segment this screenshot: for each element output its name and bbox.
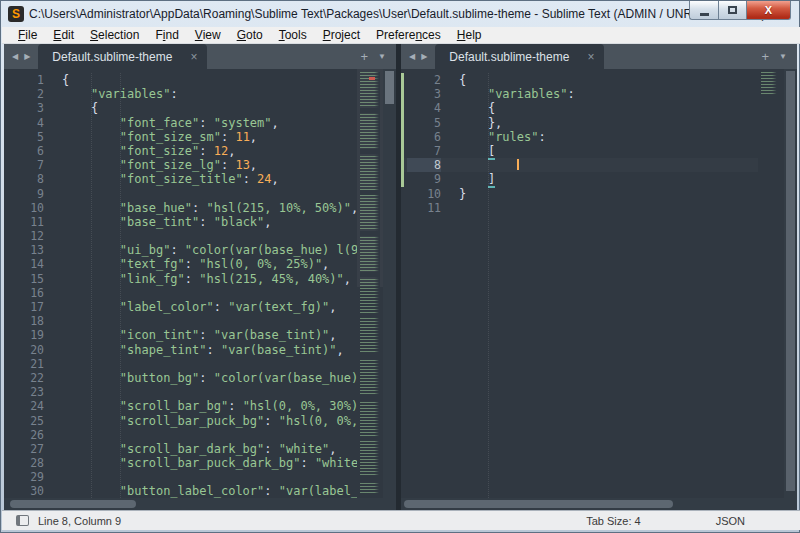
line-number: 12 (10, 229, 44, 243)
tab-overflow-icon[interactable]: ▼ (378, 52, 386, 61)
code-line[interactable]: 23 (4, 385, 357, 399)
close-icon: X (765, 4, 772, 16)
vertical-scrollbar-right[interactable] (784, 69, 797, 498)
menu-item-file[interactable]: File (10, 27, 45, 43)
code-view-right[interactable]: 2{3 "variables":4 {5 },6 "rules":7 [8 9 … (401, 69, 758, 498)
line-number: 5 (10, 130, 44, 144)
code-line[interactable]: 19 "icon_tint": "var(base_tint)", (4, 328, 357, 342)
code-line[interactable]: 14 "text_fg": "hsl(0, 0%, 25%)", (4, 257, 357, 271)
code-line[interactable]: 7 [ (401, 144, 758, 158)
code-line[interactable]: 4 "font_face": "system", (4, 116, 357, 130)
code-line[interactable]: 5 }, (401, 116, 758, 130)
code-line[interactable]: 24 "scroll_bar_bg": "hsl(0, 0%, 30%)", (4, 399, 357, 413)
line-number: 11 (407, 201, 441, 215)
code-line[interactable]: 12 (4, 229, 357, 243)
code-line[interactable]: 11 (401, 201, 758, 215)
line-text: { (44, 101, 98, 115)
maximize-button[interactable] (718, 1, 746, 20)
line-text (44, 314, 62, 328)
scrollbar-thumb[interactable] (786, 71, 795, 491)
code-line[interactable]: 30 "button_label_color": "var(label_colo… (4, 484, 357, 498)
tab-default-sublime-theme-right[interactable]: Default.sublime-theme × (435, 44, 604, 69)
line-text: "variables": (441, 87, 575, 101)
menu-item-selection[interactable]: Selection (82, 27, 147, 43)
scrollbar-thumb[interactable] (385, 71, 394, 104)
new-tab-icon[interactable]: + (360, 49, 368, 64)
menu-item-preferences[interactable]: Preferences (368, 27, 449, 43)
code-line[interactable]: 6 "font_size": 12, (4, 144, 357, 158)
tab-overflow-icon[interactable]: ▼ (779, 52, 787, 61)
tab-bar-left: ◀ ▶ Default.sublime-theme × + ▼ (4, 44, 396, 69)
tab-close-icon[interactable]: × (190, 52, 197, 62)
menu-item-project[interactable]: Project (315, 27, 368, 43)
code-line[interactable]: 2{ (401, 73, 758, 87)
menu-item-edit[interactable]: Edit (45, 27, 82, 43)
title-bar[interactable]: S C:\Users\Administrator\AppData\Roaming… (1, 1, 799, 27)
tab-default-sublime-theme-left[interactable]: Default.sublime-theme × (38, 44, 207, 69)
line-number: 17 (10, 300, 44, 314)
line-text (441, 201, 459, 215)
code-line[interactable]: 26 (4, 428, 357, 442)
code-line[interactable]: 9 ] (401, 172, 758, 186)
prev-tab-icon[interactable]: ◀ (409, 52, 415, 61)
code-line[interactable]: 5 "font_size_sm": 11, (4, 130, 357, 144)
minimize-button[interactable] (689, 1, 718, 20)
prev-tab-icon[interactable]: ◀ (12, 52, 18, 61)
syntax-indicator[interactable]: JSON (716, 515, 745, 527)
panel-toggle-icon[interactable] (16, 515, 29, 526)
code-line[interactable]: 22 "button_bg": "color(var(base_hue) l(9… (4, 371, 357, 385)
code-line[interactable]: 25 "scroll_bar_puck_bg": "hsl(0, 0%, 30%… (4, 414, 357, 428)
tab-close-icon[interactable]: × (587, 52, 594, 62)
code-line[interactable]: 29 (4, 470, 357, 484)
code-line[interactable]: 8 (401, 158, 758, 172)
code-line[interactable]: 1{ (4, 73, 357, 87)
line-text: { (44, 73, 69, 87)
minimap-left[interactable] (357, 69, 383, 498)
code-line[interactable]: 3 { (4, 101, 357, 115)
menu-item-help[interactable]: Help (449, 27, 490, 43)
code-line[interactable]: 18 (4, 314, 357, 328)
code-line[interactable]: 9 (4, 187, 357, 201)
window-controls: X (689, 1, 791, 20)
code-line[interactable]: 6 "rules": (401, 130, 758, 144)
next-tab-icon[interactable]: ▶ (421, 52, 427, 61)
code-line[interactable]: 8 "font_size_title": 24, (4, 172, 357, 186)
horizontal-scrollbar-left[interactable] (4, 498, 396, 510)
line-column-indicator: Line 8, Column 9 (38, 515, 121, 527)
menu-item-goto[interactable]: Goto (229, 27, 271, 43)
menu-item-tools[interactable]: Tools (271, 27, 315, 43)
minimap-right[interactable] (758, 69, 784, 498)
code-line[interactable]: 21 (4, 357, 357, 371)
line-number: 10 (407, 187, 441, 201)
code-line[interactable]: 17 "label_color": "var(text_fg)", (4, 300, 357, 314)
code-line[interactable]: 28 "scroll_bar_puck_dark_bg": "white", (4, 456, 357, 470)
code-line[interactable]: 3 "variables": (401, 87, 758, 101)
code-line[interactable]: 4 { (401, 101, 758, 115)
scrollbar-thumb[interactable] (404, 500, 673, 508)
code-line[interactable]: 11 "base_tint": "black", (4, 215, 357, 229)
line-number: 15 (10, 272, 44, 286)
tab-size-indicator[interactable]: Tab Size: 4 (586, 515, 640, 527)
code-line[interactable]: 16 (4, 286, 357, 300)
menu-item-find[interactable]: Find (147, 27, 186, 43)
code-line[interactable]: 15 "link_fg": "hsl(215, 45%, 40%)", (4, 272, 357, 286)
code-view-left[interactable]: 1{2 "variables":3 {4 "font_face": "syste… (4, 69, 357, 498)
line-text: "label_color": "var(text_fg)", (44, 300, 337, 314)
code-line[interactable]: 20 "shape_tint": "var(base_tint)", (4, 343, 357, 357)
line-number: 4 (407, 101, 441, 115)
code-line[interactable]: 7 "font_size_lg": 13, (4, 158, 357, 172)
scrollbar-thumb[interactable] (10, 500, 136, 508)
code-line[interactable]: 10} (401, 187, 758, 201)
code-line[interactable]: 27 "scroll_bar_dark_bg": "white", (4, 442, 357, 456)
close-button[interactable]: X (746, 1, 791, 20)
new-tab-icon[interactable]: + (761, 49, 769, 64)
code-line[interactable]: 2 "variables": (4, 87, 357, 101)
code-line[interactable]: 10 "base_hue": "hsl(215, 10%, 50%)", (4, 201, 357, 215)
horizontal-scrollbar-right[interactable] (401, 498, 797, 510)
line-number: 9 (10, 187, 44, 201)
vertical-scrollbar-left[interactable] (383, 69, 396, 498)
code-line[interactable]: 13 "ui_bg": "color(var(base_hue) l(93%))… (4, 243, 357, 257)
next-tab-icon[interactable]: ▶ (24, 52, 30, 61)
line-text: "font_face": "system", (44, 116, 279, 130)
menu-item-view[interactable]: View (187, 27, 229, 43)
